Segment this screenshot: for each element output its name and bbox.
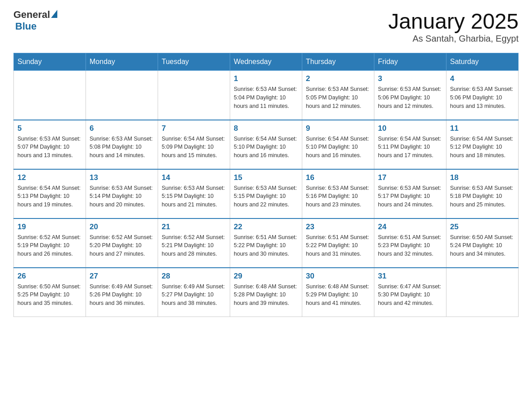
day-info: Sunrise: 6:54 AM Sunset: 5:11 PM Dayligh… bbox=[378, 135, 442, 160]
week-row-1: 5Sunrise: 6:53 AM Sunset: 5:07 PM Daylig… bbox=[14, 120, 519, 169]
calendar-cell: 20Sunrise: 6:52 AM Sunset: 5:20 PM Dayli… bbox=[86, 218, 158, 268]
day-info: Sunrise: 6:48 AM Sunset: 5:29 PM Dayligh… bbox=[306, 283, 370, 308]
day-number: 20 bbox=[90, 223, 154, 231]
calendar-cell bbox=[14, 71, 86, 120]
day-info: Sunrise: 6:51 AM Sunset: 5:22 PM Dayligh… bbox=[306, 233, 370, 258]
day-info: Sunrise: 6:50 AM Sunset: 5:24 PM Dayligh… bbox=[450, 233, 515, 258]
week-row-4: 26Sunrise: 6:50 AM Sunset: 5:25 PM Dayli… bbox=[14, 268, 519, 317]
day-number: 14 bbox=[162, 173, 226, 182]
day-info: Sunrise: 6:53 AM Sunset: 5:06 PM Dayligh… bbox=[378, 85, 442, 110]
day-info: Sunrise: 6:53 AM Sunset: 5:08 PM Dayligh… bbox=[90, 135, 154, 160]
calendar-cell: 10Sunrise: 6:54 AM Sunset: 5:11 PM Dayli… bbox=[374, 120, 446, 169]
week-row-0: 1Sunrise: 6:53 AM Sunset: 5:04 PM Daylig… bbox=[14, 71, 519, 120]
day-info: Sunrise: 6:51 AM Sunset: 5:22 PM Dayligh… bbox=[234, 233, 298, 258]
day-info: Sunrise: 6:53 AM Sunset: 5:18 PM Dayligh… bbox=[450, 184, 515, 209]
day-number: 25 bbox=[450, 223, 515, 231]
day-number: 22 bbox=[234, 223, 298, 231]
weekday-header-friday: Friday bbox=[374, 53, 446, 71]
weekday-header-tuesday: Tuesday bbox=[158, 53, 230, 71]
day-info: Sunrise: 6:54 AM Sunset: 5:10 PM Dayligh… bbox=[306, 135, 370, 160]
calendar-cell: 23Sunrise: 6:51 AM Sunset: 5:22 PM Dayli… bbox=[302, 218, 374, 268]
calendar-cell: 15Sunrise: 6:53 AM Sunset: 5:15 PM Dayli… bbox=[230, 169, 302, 218]
calendar-cell: 26Sunrise: 6:50 AM Sunset: 5:25 PM Dayli… bbox=[14, 268, 86, 317]
week-row-3: 19Sunrise: 6:52 AM Sunset: 5:19 PM Dayli… bbox=[14, 218, 519, 268]
day-info: Sunrise: 6:51 AM Sunset: 5:23 PM Dayligh… bbox=[378, 233, 442, 258]
calendar-cell: 1Sunrise: 6:53 AM Sunset: 5:04 PM Daylig… bbox=[230, 71, 302, 120]
day-number: 18 bbox=[450, 173, 515, 182]
day-number: 12 bbox=[17, 173, 82, 182]
calendar-cell: 16Sunrise: 6:53 AM Sunset: 5:16 PM Dayli… bbox=[302, 169, 374, 218]
day-number: 8 bbox=[234, 124, 298, 133]
day-info: Sunrise: 6:49 AM Sunset: 5:27 PM Dayligh… bbox=[162, 283, 226, 308]
weekday-header-sunday: Sunday bbox=[14, 53, 86, 71]
calendar-cell: 24Sunrise: 6:51 AM Sunset: 5:23 PM Dayli… bbox=[374, 218, 446, 268]
logo-blue: Blue bbox=[15, 21, 37, 32]
day-number: 9 bbox=[306, 124, 370, 133]
weekday-header-saturday: Saturday bbox=[446, 53, 519, 71]
day-info: Sunrise: 6:53 AM Sunset: 5:16 PM Dayligh… bbox=[306, 184, 370, 209]
location-subtitle: As Santah, Gharbia, Egypt bbox=[388, 34, 519, 44]
day-number: 28 bbox=[162, 272, 226, 281]
calendar-cell: 12Sunrise: 6:54 AM Sunset: 5:13 PM Dayli… bbox=[14, 169, 86, 218]
calendar-cell: 4Sunrise: 6:53 AM Sunset: 5:06 PM Daylig… bbox=[446, 71, 519, 120]
day-number: 27 bbox=[90, 272, 154, 281]
calendar-cell: 17Sunrise: 6:53 AM Sunset: 5:17 PM Dayli… bbox=[374, 169, 446, 218]
day-info: Sunrise: 6:50 AM Sunset: 5:25 PM Dayligh… bbox=[17, 283, 82, 308]
calendar-cell: 5Sunrise: 6:53 AM Sunset: 5:07 PM Daylig… bbox=[14, 120, 86, 169]
weekday-header-thursday: Thursday bbox=[302, 53, 374, 71]
calendar-cell: 11Sunrise: 6:54 AM Sunset: 5:12 PM Dayli… bbox=[446, 120, 519, 169]
logo: General Blue bbox=[13, 9, 57, 32]
day-info: Sunrise: 6:48 AM Sunset: 5:28 PM Dayligh… bbox=[234, 283, 298, 308]
day-number: 1 bbox=[234, 74, 298, 83]
logo-triangle-icon bbox=[51, 10, 57, 18]
day-info: Sunrise: 6:54 AM Sunset: 5:09 PM Dayligh… bbox=[162, 135, 226, 160]
calendar-table: SundayMondayTuesdayWednesdayThursdayFrid… bbox=[13, 53, 519, 317]
page-header: General Blue January 2025 As Santah, Gha… bbox=[13, 9, 519, 44]
day-info: Sunrise: 6:53 AM Sunset: 5:15 PM Dayligh… bbox=[234, 184, 298, 209]
day-number: 21 bbox=[162, 223, 226, 231]
weekday-header-wednesday: Wednesday bbox=[230, 53, 302, 71]
weekday-header-monday: Monday bbox=[86, 53, 158, 71]
day-info: Sunrise: 6:52 AM Sunset: 5:21 PM Dayligh… bbox=[162, 233, 226, 258]
day-info: Sunrise: 6:53 AM Sunset: 5:17 PM Dayligh… bbox=[378, 184, 442, 209]
calendar-cell: 21Sunrise: 6:52 AM Sunset: 5:21 PM Dayli… bbox=[158, 218, 230, 268]
day-number: 19 bbox=[17, 223, 82, 231]
logo-general: General bbox=[13, 9, 50, 21]
day-info: Sunrise: 6:53 AM Sunset: 5:07 PM Dayligh… bbox=[17, 135, 82, 160]
day-info: Sunrise: 6:54 AM Sunset: 5:12 PM Dayligh… bbox=[450, 135, 515, 160]
day-number: 6 bbox=[90, 124, 154, 133]
day-number: 10 bbox=[378, 124, 442, 133]
calendar-cell: 28Sunrise: 6:49 AM Sunset: 5:27 PM Dayli… bbox=[158, 268, 230, 317]
calendar-cell bbox=[446, 268, 519, 317]
day-info: Sunrise: 6:52 AM Sunset: 5:19 PM Dayligh… bbox=[17, 233, 82, 258]
day-number: 13 bbox=[90, 173, 154, 182]
day-number: 4 bbox=[450, 74, 515, 83]
calendar-cell: 13Sunrise: 6:53 AM Sunset: 5:14 PM Dayli… bbox=[86, 169, 158, 218]
day-number: 23 bbox=[306, 223, 370, 231]
calendar-cell: 3Sunrise: 6:53 AM Sunset: 5:06 PM Daylig… bbox=[374, 71, 446, 120]
calendar-cell bbox=[158, 71, 230, 120]
calendar-cell: 22Sunrise: 6:51 AM Sunset: 5:22 PM Dayli… bbox=[230, 218, 302, 268]
day-number: 15 bbox=[234, 173, 298, 182]
calendar-cell: 27Sunrise: 6:49 AM Sunset: 5:26 PM Dayli… bbox=[86, 268, 158, 317]
day-info: Sunrise: 6:49 AM Sunset: 5:26 PM Dayligh… bbox=[90, 283, 154, 308]
calendar-cell: 25Sunrise: 6:50 AM Sunset: 5:24 PM Dayli… bbox=[446, 218, 519, 268]
day-info: Sunrise: 6:53 AM Sunset: 5:14 PM Dayligh… bbox=[90, 184, 154, 209]
day-info: Sunrise: 6:53 AM Sunset: 5:04 PM Dayligh… bbox=[234, 85, 298, 110]
day-number: 31 bbox=[378, 272, 442, 281]
title-section: January 2025 As Santah, Gharbia, Egypt bbox=[388, 9, 519, 44]
day-info: Sunrise: 6:52 AM Sunset: 5:20 PM Dayligh… bbox=[90, 233, 154, 258]
day-number: 24 bbox=[378, 223, 442, 231]
day-number: 2 bbox=[306, 74, 370, 83]
day-number: 3 bbox=[378, 74, 442, 83]
day-number: 26 bbox=[17, 272, 82, 281]
calendar-cell: 14Sunrise: 6:53 AM Sunset: 5:15 PM Dayli… bbox=[158, 169, 230, 218]
day-info: Sunrise: 6:53 AM Sunset: 5:15 PM Dayligh… bbox=[162, 184, 226, 209]
calendar-cell: 29Sunrise: 6:48 AM Sunset: 5:28 PM Dayli… bbox=[230, 268, 302, 317]
calendar-cell: 7Sunrise: 6:54 AM Sunset: 5:09 PM Daylig… bbox=[158, 120, 230, 169]
day-number: 11 bbox=[450, 124, 515, 133]
day-number: 16 bbox=[306, 173, 370, 182]
day-number: 7 bbox=[162, 124, 226, 133]
day-number: 17 bbox=[378, 173, 442, 182]
day-info: Sunrise: 6:53 AM Sunset: 5:05 PM Dayligh… bbox=[306, 85, 370, 110]
